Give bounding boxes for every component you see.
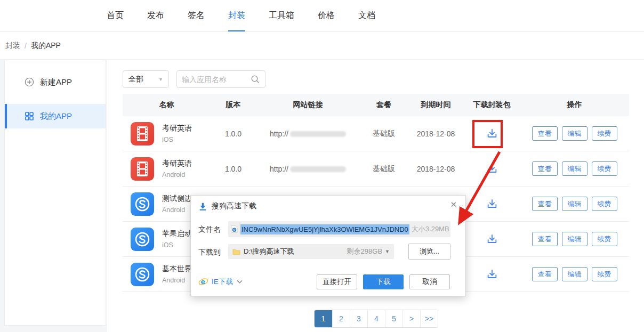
- page: 首页 发布 签名 封装 工具箱 价格 文档 封装 / 我的APP 新建APP 我…: [0, 0, 644, 332]
- renew-button[interactable]: 续费: [592, 126, 617, 141]
- app-platform: iOS: [162, 241, 173, 249]
- breadcrumb: 封装 / 我的APP: [0, 32, 644, 60]
- top-nav: 首页 发布 签名 封装 工具箱 价格 文档: [0, 0, 644, 32]
- search-box: [176, 70, 265, 88]
- app-version: 1.0.0: [211, 165, 256, 173]
- filename-value: INC9wNnRNbXgwUE5jYjlhaXk3OWlEMG1JVnJDND0: [240, 224, 409, 234]
- view-button[interactable]: 查看: [532, 161, 558, 176]
- close-icon[interactable]: ✕: [450, 200, 457, 209]
- cancel-button[interactable]: 取消: [409, 274, 450, 289]
- toolbar: 全部 ▼: [123, 70, 265, 88]
- view-button[interactable]: 查看: [532, 126, 558, 141]
- ie-download-label: IE下载: [212, 277, 233, 287]
- page-button-5[interactable]: 5: [385, 310, 402, 327]
- renew-button[interactable]: 续费: [592, 232, 617, 246]
- col-header-download: 下载封装包: [464, 100, 520, 110]
- filename-field[interactable]: INC9wNnRNbXgwUE5jYjlhaXk3OWlEMG1JVnJDND0…: [228, 221, 450, 237]
- app-plan: 基础版: [360, 164, 408, 174]
- col-header-name: 名称: [123, 100, 211, 110]
- open-directly-button[interactable]: 直接打开: [317, 274, 357, 289]
- nav-item-sign[interactable]: 签名: [188, 0, 205, 31]
- edit-button[interactable]: 编辑: [562, 161, 587, 176]
- view-button[interactable]: 查看: [532, 267, 558, 281]
- sidebar-item-label: 我的APP: [40, 111, 72, 122]
- app-platform: Android: [162, 206, 185, 214]
- nav-item-package[interactable]: 封装: [228, 0, 245, 31]
- chevron-down-icon: ▼: [158, 77, 163, 82]
- ie-download-toggle[interactable]: e IE下载: [198, 274, 243, 289]
- col-header-actions: 操作: [520, 100, 629, 110]
- space-left-text: 剩余298GB: [347, 247, 382, 256]
- ie-icon: e: [198, 277, 208, 287]
- page-button-2[interactable]: 2: [332, 310, 350, 327]
- app-link-prefix: http://: [270, 165, 288, 173]
- search-input[interactable]: [182, 75, 250, 84]
- table-row: 考研英语iOS 1.0.0 http:// 基础版 2018-12-08 查看 …: [123, 116, 629, 151]
- download-package-icon[interactable]: [483, 265, 501, 284]
- app-expiry: 2018-12-08: [408, 165, 464, 173]
- col-header-link: 网站链接: [256, 100, 360, 110]
- edit-button[interactable]: 编辑: [562, 267, 587, 281]
- nav-item-docs[interactable]: 文档: [358, 0, 375, 31]
- destination-field[interactable]: D:\搜狗高速下载 剩余298GB ▼: [228, 244, 394, 259]
- highlight-box-annotation: [472, 120, 503, 148]
- edit-button[interactable]: 编辑: [562, 126, 587, 141]
- sidebar-item-label: 新建APP: [40, 77, 72, 87]
- sidebar-item-my-app[interactable]: 我的APP: [5, 104, 106, 128]
- app-name: 考研英语: [162, 159, 192, 167]
- download-package-icon[interactable]: [483, 160, 501, 178]
- destination-label: 下载到: [198, 248, 221, 257]
- page-button-3[interactable]: 3: [350, 310, 367, 327]
- sogou-app-icon: [131, 228, 154, 251]
- plus-circle-icon: [24, 77, 35, 87]
- svg-text:e: e: [201, 278, 206, 286]
- page-last-button[interactable]: >>: [420, 310, 438, 327]
- page-button-1[interactable]: 1: [315, 310, 332, 327]
- search-icon[interactable]: [250, 74, 260, 84]
- nav-item-publish[interactable]: 发布: [147, 0, 164, 31]
- sidebar-item-new-app[interactable]: 新建APP: [5, 70, 106, 94]
- breadcrumb-section[interactable]: 封装: [5, 41, 20, 51]
- renew-button[interactable]: 续费: [592, 161, 617, 176]
- filename-label: 文件名: [198, 225, 221, 234]
- film-app-icon: [131, 122, 154, 145]
- nav-item-home[interactable]: 首页: [107, 0, 124, 31]
- download-package-icon[interactable]: [483, 195, 501, 213]
- renew-button[interactable]: 续费: [592, 197, 617, 211]
- page-button-4[interactable]: 4: [367, 310, 385, 327]
- chevron-down-icon: [237, 280, 243, 284]
- app-plan: 基础版: [360, 129, 408, 139]
- redacted-link: [290, 166, 346, 172]
- browse-button[interactable]: 浏览...: [408, 244, 450, 260]
- download-package-icon[interactable]: [483, 230, 501, 248]
- app-link-prefix: http://: [270, 129, 288, 138]
- download-icon: [198, 202, 207, 211]
- download-button[interactable]: 下载: [363, 274, 404, 289]
- sidebar: 新建APP 我的APP: [4, 60, 106, 326]
- edit-button[interactable]: 编辑: [562, 197, 587, 211]
- app-version: 1.0.0: [211, 129, 256, 138]
- breadcrumb-current: 我的APP: [31, 41, 61, 51]
- app-platform: Android: [162, 277, 185, 284]
- col-header-version: 版本: [211, 100, 256, 110]
- page-next-button[interactable]: >: [402, 310, 420, 327]
- app-name: 考研英语: [162, 124, 192, 132]
- chevron-down-icon[interactable]: ▼: [385, 249, 390, 254]
- app-name: 基本世界: [162, 264, 192, 273]
- sogou-download-dialog: 搜狗高速下载 ✕ 文件名 INC9wNnRNbXgwUE5jYjlhaXk3OW…: [190, 195, 466, 296]
- app-platform: iOS: [162, 136, 173, 143]
- col-header-plan: 套餐: [360, 100, 408, 110]
- table-header: 名称 版本 网站链接 套餐 到期时间 下载封装包 操作: [123, 94, 629, 116]
- film-app-icon: [131, 157, 154, 181]
- view-button[interactable]: 查看: [532, 197, 558, 211]
- filesize-text: 大小3.29MB: [412, 224, 449, 234]
- edit-button[interactable]: 编辑: [562, 232, 587, 246]
- filter-select[interactable]: 全部 ▼: [123, 70, 169, 88]
- nav-item-pricing[interactable]: 价格: [318, 0, 335, 31]
- renew-button[interactable]: 续费: [592, 267, 617, 281]
- nav-item-toolbox[interactable]: 工具箱: [269, 0, 294, 31]
- destination-path: D:\搜狗高速下载: [244, 247, 347, 256]
- folder-icon: [232, 248, 240, 255]
- view-button[interactable]: 查看: [532, 232, 558, 246]
- app-expiry: 2018-12-08: [408, 129, 464, 138]
